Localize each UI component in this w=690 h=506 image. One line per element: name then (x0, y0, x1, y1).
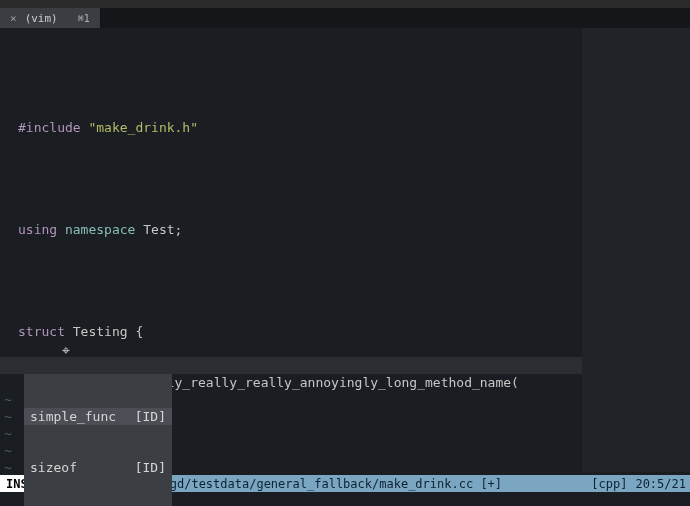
empty-line-tilde: ~ (4, 442, 12, 459)
completion-item[interactable]: simple_func [ID] (24, 408, 172, 425)
editor-right-margin (582, 28, 690, 472)
completion-label: simple_func (30, 408, 116, 425)
completion-kind: [ID] (135, 459, 166, 476)
status-cursor-position: 20:5/21 (635, 477, 686, 491)
code-line: struct Testing { (18, 323, 572, 340)
window-titlebar (0, 0, 690, 8)
empty-line-tilde: ~ (4, 459, 12, 476)
completion-popup[interactable]: simple_func [ID] sizeof [ID] switchndef … (24, 374, 172, 506)
tab-bar: × (vim) ⌘1 (0, 8, 690, 28)
empty-line-tilde: ~ (4, 425, 12, 442)
completion-item[interactable]: sizeof [ID] (24, 459, 172, 476)
tab-vim[interactable]: × (vim) ⌘1 (0, 8, 101, 28)
tab-shortcut: ⌘1 (78, 13, 90, 24)
code-line: using namespace Test; (18, 221, 572, 238)
tab-title: (vim) (25, 12, 58, 25)
code-line: #include "make_drink.h" (18, 119, 572, 136)
empty-line-tilde: ~ (4, 408, 12, 425)
editor-area[interactable]: #include "make_drink.h" using namespace … (0, 28, 582, 472)
completion-label: sizeof (30, 459, 77, 476)
current-line-highlight (0, 357, 582, 374)
status-filetype: [cpp] (587, 477, 631, 491)
empty-line-tilde: ~ (4, 391, 12, 408)
completion-kind: [ID] (135, 408, 166, 425)
close-icon[interactable]: × (10, 12, 17, 25)
